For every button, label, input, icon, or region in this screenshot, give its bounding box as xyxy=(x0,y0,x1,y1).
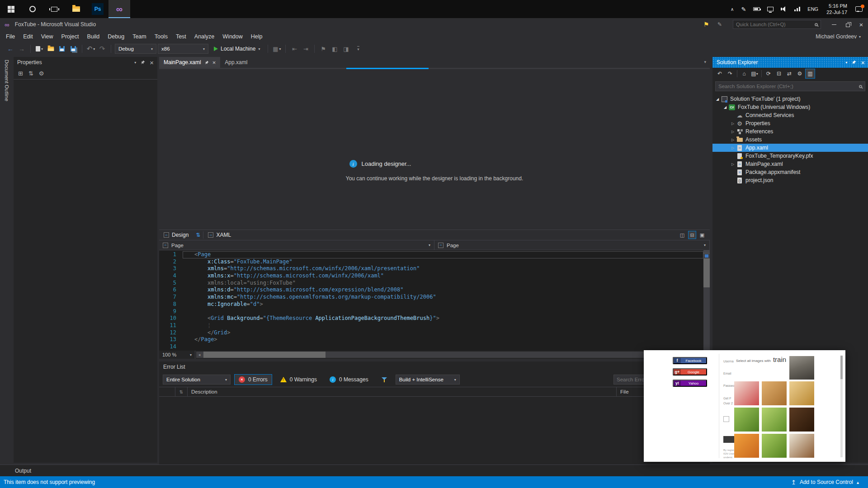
quick-launch-input[interactable] xyxy=(736,22,812,27)
xaml-code-editor[interactable]: 1<Page2 x:Class="FoxTube.MainPage"3 xmln… xyxy=(159,250,710,351)
google-login-button[interactable]: g+Google xyxy=(673,368,707,375)
code-line-3[interactable]: 3 xmlns="http://schemas.microsoft.com/wi… xyxy=(159,265,703,272)
navigate-forward-button[interactable] xyxy=(17,43,27,54)
captcha-tile-salad-bowl[interactable] xyxy=(762,434,787,458)
overlay-scrollbar[interactable] xyxy=(840,356,843,457)
code-line-9[interactable]: 9 xyxy=(159,308,703,315)
feedback-button[interactable] xyxy=(713,18,726,31)
forward-button[interactable]: ↷ xyxy=(725,69,735,79)
code-line-5[interactable]: 5 xmlns:local="using:FoxTube" xyxy=(159,280,703,287)
close-panel-button[interactable] xyxy=(150,59,154,66)
home-button[interactable]: ⌂ xyxy=(739,69,749,79)
horizontal-scrollbar[interactable]: ◂ ▸ xyxy=(196,352,709,358)
volume-button[interactable] xyxy=(777,0,791,18)
code-line-11[interactable]: 11 ¦ xyxy=(159,322,703,329)
captcha-tile-bread-rolls[interactable] xyxy=(762,381,787,405)
vertical-split-button[interactable]: ◫ xyxy=(678,231,686,239)
language-indicator[interactable]: ENG xyxy=(804,0,822,18)
expand-arrow-icon[interactable] xyxy=(730,146,736,150)
menu-help[interactable]: Help xyxy=(247,31,267,42)
tray-expand-button[interactable] xyxy=(727,0,737,18)
tree-item-mainpage-xaml[interactable]: MainPage.xaml xyxy=(712,160,868,168)
restore-button[interactable] xyxy=(841,18,854,31)
menu-team[interactable]: Team xyxy=(128,31,151,42)
column-description[interactable]: Description xyxy=(188,387,617,396)
document-list-button[interactable] xyxy=(704,60,706,64)
collapse-all-button[interactable]: ⊟ xyxy=(774,69,784,79)
horizontal-split-button[interactable]: ⊟ xyxy=(688,231,696,239)
expand-arrow-icon[interactable] xyxy=(730,122,736,126)
solution-platform-dropdown[interactable]: x86 xyxy=(158,44,208,54)
build-intellisense-dropdown[interactable]: Build + IntelliSense xyxy=(396,375,460,385)
increase-indent-button[interactable]: ⇥ xyxy=(301,43,311,54)
errors-filter-button[interactable]: 0 Errors xyxy=(234,374,272,385)
document-outline-tab[interactable]: Document Outline xyxy=(4,60,9,101)
new-file-button[interactable] xyxy=(34,43,44,54)
design-pane-tab[interactable]: Design xyxy=(159,232,193,238)
show-all-files-button[interactable]: ⚙ xyxy=(795,69,805,79)
menu-debug[interactable]: Debug xyxy=(104,31,128,42)
categorized-view-button[interactable] xyxy=(18,70,23,77)
code-line-4[interactable]: 4 xmlns:x="http://schemas.microsoft.com/… xyxy=(159,272,703,280)
alphabetical-sort-button[interactable] xyxy=(28,70,33,77)
close-button[interactable] xyxy=(854,18,868,31)
refresh-button[interactable]: ⟳ xyxy=(764,69,774,79)
solution-explorer-search-input[interactable] xyxy=(718,84,856,89)
scope-dropdown[interactable]: Entire Solution xyxy=(163,375,231,385)
output-panel-header[interactable]: Output xyxy=(0,465,868,476)
tab-mainpage-xaml[interactable]: MainPage.xaml xyxy=(159,57,220,68)
captcha-tile-greens[interactable] xyxy=(762,408,787,432)
code-line-14[interactable]: 14 xyxy=(159,343,703,351)
captcha-tile-train[interactable] xyxy=(789,356,814,380)
visual-studio-button[interactable] xyxy=(108,0,130,18)
decrease-indent-button[interactable]: ⇤ xyxy=(289,43,299,54)
redo-button[interactable] xyxy=(97,43,107,54)
pin-button[interactable] xyxy=(141,60,145,65)
action-center-button[interactable] xyxy=(852,0,866,18)
tab-app-xaml[interactable]: App.xaml xyxy=(220,57,252,68)
scroll-left-button[interactable]: ◂ xyxy=(196,352,203,358)
preview-overlay-window[interactable]: fFacebookg+Googley!Yahoo UsernaEmailPass… xyxy=(644,350,845,462)
tree-item-project-json[interactable]: project.json xyxy=(712,176,868,184)
submit-button[interactable] xyxy=(723,436,735,443)
tree-item-references[interactable]: References xyxy=(712,127,868,136)
battery-button[interactable] xyxy=(750,0,764,18)
window-position-button[interactable] xyxy=(845,61,847,65)
code-line-13[interactable]: 13</Page> xyxy=(159,336,703,343)
switch-views-button[interactable]: ▤ xyxy=(750,69,760,79)
scrollbar-thumb[interactable] xyxy=(703,258,710,287)
display-button[interactable] xyxy=(764,0,777,18)
intellisense-filter-button[interactable] xyxy=(377,374,392,385)
cortana-button[interactable] xyxy=(22,0,43,18)
close-panel-button[interactable] xyxy=(861,59,865,66)
close-tab-button[interactable] xyxy=(212,59,216,66)
vertical-scrollbar[interactable] xyxy=(703,250,710,351)
sync-with-active-document-button[interactable]: ⇄ xyxy=(784,69,794,79)
tree-item-package-appxmanifest[interactable]: Package.appxmanifest xyxy=(712,168,868,176)
start-debugging-button[interactable]: Local Machine xyxy=(210,43,264,54)
uncomment-button[interactable]: ◨ xyxy=(341,43,351,54)
swap-panes-button[interactable] xyxy=(193,232,203,238)
menu-analyze[interactable]: Analyze xyxy=(190,31,218,42)
expand-arrow-icon[interactable] xyxy=(730,162,736,166)
code-line-6[interactable]: 6 xmlns:d="http://schemas.microsoft.com/… xyxy=(159,286,703,294)
expand-arrow-icon[interactable] xyxy=(714,97,721,101)
toggle-bookmark-button[interactable]: ⚑ xyxy=(318,43,328,54)
menu-view[interactable]: View xyxy=(37,31,57,42)
column-severity[interactable] xyxy=(162,387,175,396)
checkbox[interactable] xyxy=(723,416,729,422)
comment-button[interactable]: ◧ xyxy=(330,43,340,54)
tree-item-assets[interactable]: Assets xyxy=(712,136,868,144)
code-line-2[interactable]: 2 x:Class="FoxTube.MainPage" xyxy=(159,258,703,266)
messages-filter-button[interactable]: 0 Messages xyxy=(325,374,373,385)
yahoo-login-button[interactable]: y!Yahoo xyxy=(673,380,707,387)
toolbar-options-button[interactable] xyxy=(352,43,362,54)
pin-tab-button[interactable] xyxy=(205,61,209,65)
task-view-button[interactable] xyxy=(43,0,65,18)
property-pages-button[interactable] xyxy=(39,70,44,77)
xaml-pane-tab[interactable]: XAML xyxy=(203,232,236,238)
open-file-button[interactable] xyxy=(46,43,56,54)
expand-arrow-icon[interactable] xyxy=(730,130,736,134)
menu-tools[interactable]: Tools xyxy=(151,31,172,42)
captcha-tile-coffee-beans[interactable] xyxy=(789,408,814,432)
